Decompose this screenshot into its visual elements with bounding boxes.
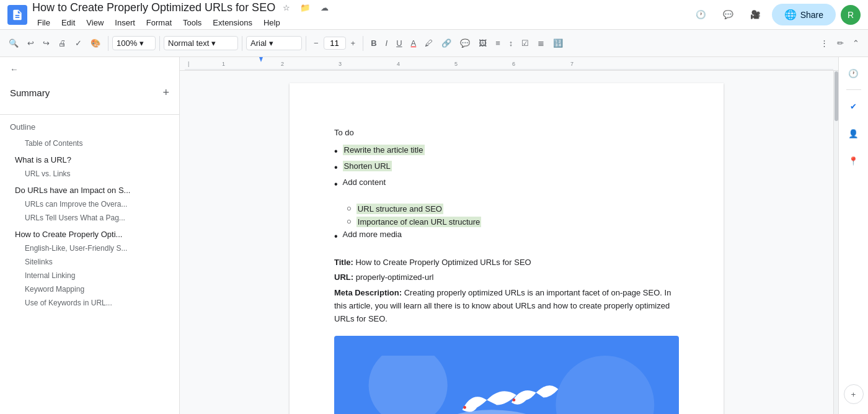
right-panel-people-btn[interactable]: 👤 bbox=[843, 122, 865, 145]
menu-view[interactable]: View bbox=[81, 16, 108, 29]
outline-item-improve[interactable]: URLs can Improve the Overa... bbox=[10, 197, 169, 211]
todo-text-media: Add more media bbox=[343, 230, 402, 239]
scrollbar-track[interactable] bbox=[833, 71, 838, 414]
svg-marker-9 bbox=[259, 57, 263, 62]
menu-file[interactable]: File bbox=[32, 16, 55, 29]
svg-text:7: 7 bbox=[570, 61, 574, 67]
summary-add-btn[interactable]: + bbox=[162, 86, 169, 99]
paint-format-btn[interactable]: 🎨 bbox=[87, 36, 104, 50]
line-spacing-btn[interactable]: ↕ bbox=[505, 36, 517, 50]
outline-item-tell[interactable]: URLs Tell Users What a Pag... bbox=[10, 211, 169, 225]
more-options-btn[interactable]: ⋮ bbox=[817, 36, 832, 50]
menu-bar: File Edit View Insert Format Tools Exten… bbox=[32, 16, 690, 29]
svg-text:6: 6 bbox=[512, 61, 515, 67]
image-btn[interactable]: 🖼 bbox=[475, 36, 490, 50]
outline-item-url-links[interactable]: URL vs. Links bbox=[10, 167, 169, 181]
meta-url-line: URL: properly-optimized-url bbox=[334, 271, 679, 284]
todo-text-add-content: Add content bbox=[343, 178, 386, 187]
right-panel-tasks-btn[interactable]: ✔ bbox=[843, 95, 865, 117]
menu-insert[interactable]: Insert bbox=[110, 16, 140, 29]
underline-btn[interactable]: U bbox=[392, 36, 405, 50]
outline-item-use-keywords[interactable]: Use of Keywords in URL... bbox=[10, 296, 169, 310]
redo-btn[interactable]: ↪ bbox=[39, 36, 53, 50]
font-size-increase[interactable]: + bbox=[347, 36, 360, 50]
font-size-decrease[interactable]: − bbox=[310, 36, 322, 50]
outline-item-toc[interactable]: Table of Contents bbox=[10, 137, 169, 150]
ruler-content: | 1 2 3 4 5 6 7 bbox=[185, 57, 833, 71]
style-value: Normal text bbox=[168, 38, 209, 48]
outline-item-english[interactable]: English-Like, User-Friendly S... bbox=[10, 241, 169, 255]
todo-item-shorten: • Shorten URL bbox=[334, 161, 679, 174]
svg-text:2: 2 bbox=[281, 61, 284, 67]
collapse-toolbar-btn[interactable]: ⌃ bbox=[849, 36, 863, 50]
right-panel-maps-btn[interactable]: 📍 bbox=[843, 150, 865, 172]
italic-btn[interactable]: I bbox=[382, 36, 392, 50]
comment-button[interactable]: 💬 bbox=[717, 4, 740, 26]
summary-header: Summary + bbox=[10, 86, 169, 99]
star-button[interactable]: ☆ bbox=[280, 1, 293, 15]
sidebar: ← Summary + Outline Table of Contents Wh… bbox=[0, 57, 180, 414]
svg-text:3: 3 bbox=[339, 61, 342, 67]
outline-item-impact[interactable]: Do URLs have an Impact on S... bbox=[10, 183, 169, 197]
bullet-1: • bbox=[334, 145, 338, 158]
menu-help[interactable]: Help bbox=[259, 16, 285, 29]
menu-tools[interactable]: Tools bbox=[178, 16, 206, 29]
link-btn[interactable]: 🔗 bbox=[438, 36, 455, 50]
document-area: To do • Rewrite the article title • Shor… bbox=[180, 71, 833, 414]
summary-title: Summary bbox=[10, 88, 50, 98]
share-button[interactable]: 🌐 Share bbox=[772, 4, 836, 25]
sub-todo-list: URL structure and SEO Importance of clea… bbox=[347, 204, 679, 227]
list-btn[interactable]: ≣ bbox=[534, 36, 548, 50]
main-layout: ← Summary + Outline Table of Contents Wh… bbox=[0, 57, 868, 414]
share-icon: 🌐 bbox=[784, 9, 797, 20]
history-button[interactable]: 🕐 bbox=[690, 4, 712, 26]
sub-text-url-seo: URL structure and SEO bbox=[356, 204, 443, 214]
sub-bullet-2 bbox=[347, 217, 352, 226]
divider-1 bbox=[108, 36, 108, 51]
right-panel-clock-btn[interactable]: 🕐 bbox=[843, 62, 865, 84]
edit-mode-btn[interactable]: ✏ bbox=[833, 36, 848, 50]
right-panel-add-btn[interactable]: + bbox=[844, 384, 864, 404]
outline-item-how-create[interactable]: How to Create Properly Opti... bbox=[10, 227, 169, 241]
highlight-btn[interactable]: 🖊 bbox=[421, 36, 436, 50]
font-size-input[interactable] bbox=[324, 37, 346, 50]
folder-button[interactable]: 📁 bbox=[298, 1, 313, 15]
search-toolbar-btn[interactable]: 🔍 bbox=[5, 36, 22, 50]
divider-5 bbox=[363, 36, 363, 51]
outline-item-internal[interactable]: Internal Linking bbox=[10, 269, 169, 282]
url-value: properly-optimized-url bbox=[356, 272, 434, 282]
sidebar-back-btn[interactable]: ← bbox=[10, 65, 18, 74]
style-select[interactable]: Normal text ▾ bbox=[164, 36, 238, 50]
outline-item-sitelinks[interactable]: Sitelinks bbox=[10, 255, 169, 269]
font-chevron: ▾ bbox=[269, 38, 273, 48]
right-panel: 🕐 ✔ 👤 📍 + bbox=[838, 57, 868, 414]
menu-format[interactable]: Format bbox=[141, 16, 177, 29]
svg-text:|: | bbox=[188, 61, 189, 67]
font-select[interactable]: Arial ▾ bbox=[246, 36, 302, 50]
bold-btn[interactable]: B bbox=[367, 36, 380, 50]
menu-edit[interactable]: Edit bbox=[56, 16, 80, 29]
divider-3 bbox=[242, 36, 242, 51]
menu-extensions[interactable]: Extensions bbox=[208, 16, 257, 29]
todo-text-shorten: Shorten URL bbox=[343, 161, 392, 171]
print-btn[interactable]: 🖨 bbox=[55, 36, 70, 50]
outline-item-keyword[interactable]: Keyword Mapping bbox=[10, 282, 169, 296]
spellcheck-btn[interactable]: ✓ bbox=[71, 36, 86, 50]
ordered-list-btn[interactable]: 🔢 bbox=[549, 36, 567, 50]
checklist-btn[interactable]: ☑ bbox=[518, 36, 533, 50]
sub-item-importance: Importance of clean URL structure bbox=[347, 217, 679, 227]
outline-item-what-url[interactable]: What is a URL? bbox=[10, 153, 169, 167]
align-btn[interactable]: ≡ bbox=[492, 36, 504, 50]
comment-inline-btn[interactable]: 💬 bbox=[456, 36, 474, 50]
meta-title-line: Title: How to Create Properly Optimized … bbox=[334, 256, 679, 269]
outline-label: Outline bbox=[10, 122, 169, 132]
todo-label: To do bbox=[334, 128, 679, 137]
title-label: Title: bbox=[334, 258, 353, 267]
undo-btn[interactable]: ↩ bbox=[24, 36, 38, 50]
zoom-select[interactable]: 100% ▾ bbox=[112, 36, 156, 50]
ruler: | 1 2 3 4 5 6 7 bbox=[180, 57, 838, 71]
todo-text-rewrite: Rewrite the article title bbox=[343, 145, 425, 155]
cloud-button[interactable]: ☁ bbox=[318, 1, 331, 15]
meet-button[interactable]: 🎥 bbox=[745, 4, 767, 26]
text-color-btn[interactable]: A bbox=[407, 36, 420, 50]
